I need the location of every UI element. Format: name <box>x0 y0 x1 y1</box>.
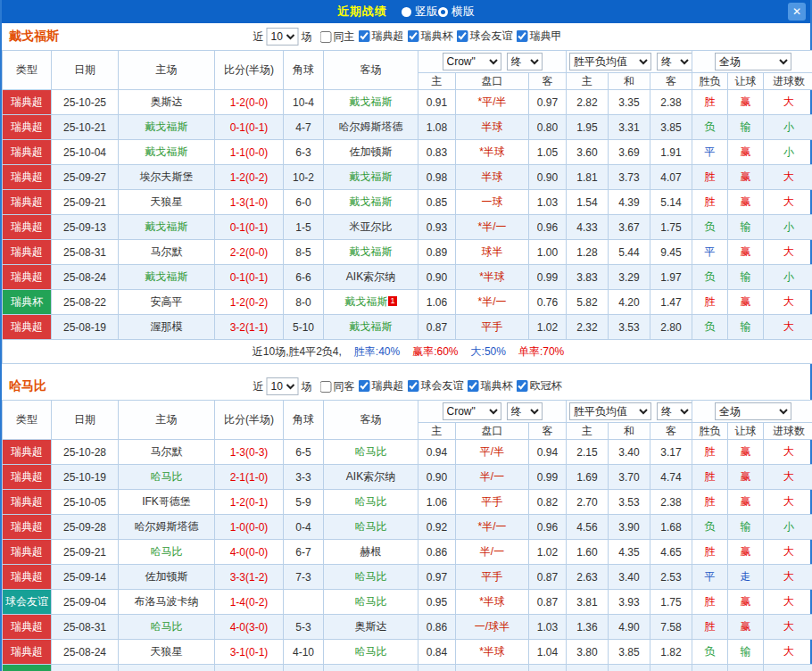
ah-away-odds-cell: 0.87 <box>529 590 567 615</box>
corners-cell: 4-7 <box>284 115 324 140</box>
same-venue-checkbox[interactable] <box>320 381 332 393</box>
page-title: 近期战绩 <box>337 4 387 20</box>
handicap-result-cell: 输 <box>728 265 764 290</box>
column-subheader: 和 <box>609 73 650 90</box>
column-subheader: 让球 <box>728 73 764 90</box>
home-team-cell: 埃尔夫斯堡 <box>119 165 215 190</box>
home-win-odds-cell: 3.80 <box>567 640 609 665</box>
recent-results-panel: 近期战绩 竖版横版 ✕ 戴戈福斯 近 10 场 同主 瑞典超瑞典杯球会友谊瑞典甲… <box>0 0 812 671</box>
ah-home-odds-cell: 1.06 <box>418 290 456 315</box>
league-filter-球会友谊[interactable]: 球会友谊 <box>408 378 464 393</box>
radio-label-text[interactable]: 竖版 <box>415 4 438 20</box>
draw-odds-cell: 4.90 <box>609 615 650 640</box>
bookmaker-select[interactable]: Crow" <box>443 402 501 420</box>
league-filter-checkbox[interactable] <box>408 380 419 392</box>
match-row: 瑞典超25-10-25奥斯达1-2(0-0)10-4戴戈福斯0.91*平/半0.… <box>3 90 812 115</box>
avg-odds-select[interactable]: 胜平负均值 <box>569 53 651 70</box>
odds-time-select[interactable]: 终 <box>507 53 543 70</box>
ah-away-odds-cell: 0.97 <box>529 90 567 115</box>
home-team-cell: 哈尔姆斯塔德 <box>119 515 215 540</box>
league-type-cell: 瑞典超 <box>3 215 52 240</box>
league-filter-label: 球会友谊 <box>470 29 513 44</box>
column-subheader: 主 <box>418 73 456 90</box>
same-venue-filter[interactable]: 同主 <box>320 29 355 45</box>
odds-time-select-2[interactable]: 终 <box>657 53 692 70</box>
league-filter-checkbox[interactable] <box>468 380 479 392</box>
match-scope-select[interactable]: 全场 <box>715 402 791 420</box>
league-filter-checkbox[interactable] <box>517 380 528 392</box>
league-filter-瑞典超[interactable]: 瑞典超 <box>359 378 404 393</box>
score-cell: 0-1(0-1) <box>215 265 284 290</box>
corners-cell: 6-0 <box>284 190 324 215</box>
same-venue-filter[interactable]: 同客 <box>320 379 355 394</box>
away-team-cell: 佐加顿斯 <box>324 140 418 165</box>
matches-unit-label: 场 <box>302 379 312 394</box>
score-cell: 0-1(0-1) <box>215 215 284 240</box>
corners-cell: 1-5 <box>284 215 324 240</box>
radio-icon[interactable] <box>438 7 448 17</box>
result-cell: 胜 <box>692 440 728 465</box>
ah-away-odds-cell: 0.76 <box>529 290 567 315</box>
odds-time-select-2[interactable]: 终 <box>657 402 692 420</box>
league-type-cell: 瑞典超 <box>3 640 52 665</box>
league-filter-checkbox[interactable] <box>408 30 419 42</box>
score-cell: 1-2(0-0) <box>215 90 284 115</box>
column-header: 类型 <box>3 51 52 90</box>
league-filter-checkbox[interactable] <box>359 30 370 42</box>
ah-away-odds-cell: 0.96 <box>529 515 567 540</box>
league-filter-checkbox[interactable] <box>517 30 528 42</box>
match-row: 瑞典超25-10-19哈马比2-1(1-0)3-3AIK索尔纳0.90半/一0.… <box>3 465 812 490</box>
handicap-cell: *半球 <box>456 640 529 665</box>
home-win-odds-cell: 4.56 <box>567 515 609 540</box>
goals-result-cell: 大 <box>764 565 812 590</box>
league-filter-瑞典甲[interactable]: 瑞典甲 <box>517 29 562 44</box>
result-cell: 负 <box>692 515 728 540</box>
league-filter-瑞典杯[interactable]: 瑞典杯 <box>408 29 453 44</box>
draw-odds-cell: 3.53 <box>609 315 650 340</box>
radio-label-text[interactable]: 横版 <box>452 4 475 20</box>
matches-unit-label: 场 <box>302 29 312 45</box>
home-team-cell: 马尔默 <box>119 240 215 265</box>
close-button[interactable]: ✕ <box>788 3 806 21</box>
goals-result-cell: 大 <box>764 190 812 215</box>
handicap-result-cell: 赢 <box>728 615 764 640</box>
league-filter-checkbox[interactable] <box>457 30 468 42</box>
league-filter-瑞典杯[interactable]: 瑞典杯 <box>468 378 513 393</box>
column-header: 角球 <box>284 401 324 440</box>
away-win-odds-cell: 1.75 <box>650 215 692 240</box>
away-team-cell: 哈马比 <box>324 590 418 615</box>
date-cell: 25-08-31 <box>52 240 119 265</box>
radio-horizontal-layout[interactable]: 横版 <box>438 4 475 20</box>
league-filter-球会友谊[interactable]: 球会友谊 <box>457 29 513 44</box>
home-win-odds-cell: 3.60 <box>567 140 609 165</box>
away-team-cell: 哈马比 <box>324 640 418 665</box>
recent-count-select[interactable]: 10 <box>267 28 299 46</box>
league-filter-欧冠杯[interactable]: 欧冠杯 <box>517 378 562 393</box>
same-venue-checkbox[interactable] <box>320 31 332 43</box>
column-subheader: 胜负 <box>692 73 728 90</box>
league-filter-瑞典超[interactable]: 瑞典超 <box>359 29 404 44</box>
column-subheader: 主 <box>567 423 609 440</box>
home-win-odds-cell: 3.81 <box>567 590 609 615</box>
radio-vertical-layout[interactable]: 竖版 <box>402 4 438 20</box>
handicap-result-cell: 赢 <box>728 465 764 490</box>
radio-icon[interactable] <box>402 7 411 17</box>
league-type-cell: 瑞典超 <box>3 565 52 590</box>
corners-cell: 5-9 <box>284 490 324 515</box>
match-scope-select[interactable]: 全场 <box>715 53 791 70</box>
avg-odds-select[interactable]: 胜平负均值 <box>569 402 651 420</box>
league-type-cell: 瑞典超 <box>3 265 52 290</box>
odds-time-select[interactable]: 终 <box>507 402 543 420</box>
bookmaker-select[interactable]: Crow" <box>443 53 501 70</box>
away-win-odds-cell: 3.17 <box>650 440 692 465</box>
draw-odds-cell: 4.35 <box>609 540 650 565</box>
goals-result-cell: 小 <box>764 140 812 165</box>
home-team-cell: 戴戈福斯 <box>119 265 215 290</box>
away-win-odds-cell: 1.47 <box>650 290 692 315</box>
recent-count-select[interactable]: 10 <box>267 377 299 395</box>
handicap-result-cell: 赢 <box>728 290 764 315</box>
scope-header: 全场 <box>692 401 812 423</box>
date-cell: 25-09-14 <box>52 565 119 590</box>
result-cell: 胜 <box>692 465 728 490</box>
league-filter-checkbox[interactable] <box>359 380 370 392</box>
